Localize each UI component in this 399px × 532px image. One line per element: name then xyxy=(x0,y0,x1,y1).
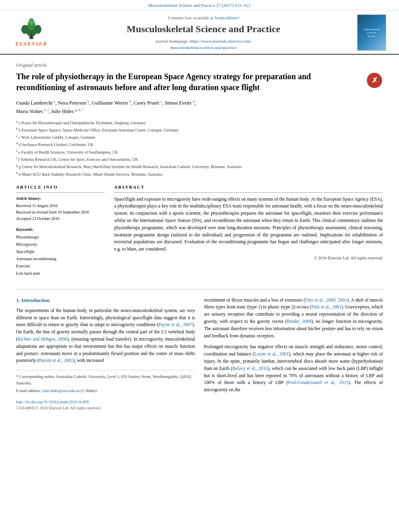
article-title-row: The role of physiotherapy in the Europea… xyxy=(16,71,383,99)
body-left: 1. Introduction The requirements of the … xyxy=(16,297,195,411)
email-link[interactable]: julie.hides@acu.edu.au xyxy=(42,388,80,393)
svg-text:✗: ✗ xyxy=(372,76,378,84)
copyright-line: © 2016 Elsevier Ltd. All rights reserved… xyxy=(114,255,383,261)
journal-homepage: journal homepage: https://www.journals.e… xyxy=(64,38,343,51)
accepted-date: Accepted 23 October 2016 xyxy=(16,216,105,222)
abstract-heading: ABSTRACT xyxy=(114,184,383,192)
payne-ref[interactable]: Payne et al., 2007 xyxy=(158,322,192,327)
received-date: Received 15 August 2016 xyxy=(16,203,105,209)
issn-line: 1356-689X/© 2016 Elsevier Ltd. All right… xyxy=(16,405,195,411)
article-type: Original article xyxy=(16,59,383,69)
keyword-4: Astronaut reconditioning xyxy=(16,255,105,263)
affiliation-a: a a Praxis für Physiotherapie und Osteop… xyxy=(16,119,383,126)
header: ELSEVIER Contents lists available at Sci… xyxy=(0,10,399,55)
keyword-5: Exercise xyxy=(16,263,105,270)
journal-cover-image: MusculoskeletalScience &Practice xyxy=(357,14,386,51)
crossmark-badge: ✗ xyxy=(367,73,383,89)
affiliation-f: f f Arthritis Research UK, Centre for Sp… xyxy=(16,156,383,163)
elsevier-tree-icon xyxy=(15,18,47,40)
svg-point-5 xyxy=(34,25,41,34)
email-address: E-mail address: julie.hides@acu.edu.au (… xyxy=(16,388,195,394)
article-info-heading: ARTICLE INFO xyxy=(16,184,105,192)
affiliation-d: d d SeaSpace Research Limited, Colcheste… xyxy=(16,141,383,148)
right-para2: Prolonged microgravity has negative effe… xyxy=(204,343,383,394)
corresponding-author: * Corresponding author. Australian Catho… xyxy=(16,374,195,386)
abstract-section: ABSTRACT Spaceflight and exposure to mic… xyxy=(114,184,383,281)
belavy-ref[interactable]: Belavy et al., 2016 xyxy=(232,366,268,371)
abstract-text: Spaceflight and exposure to microgravity… xyxy=(114,196,383,253)
layne-ref[interactable]: Layne et al., 2001 xyxy=(254,351,289,356)
affiliations: a a Praxis für Physiotherapie und Osteop… xyxy=(16,119,383,178)
body-section: 1. Introduction The requirements of the … xyxy=(16,297,383,411)
crossmark-icon: ✗ xyxy=(367,73,382,88)
affiliation-c: c c Wyle Laboratories GmbH, Cologne, Ger… xyxy=(16,134,383,141)
header-right: MusculoskeletalScience &Practice xyxy=(352,14,392,51)
keyword-3: Spaceflight xyxy=(16,248,105,255)
keyword-6: Low back pain xyxy=(16,270,105,277)
footnotes: * Corresponding author. Australian Catho… xyxy=(16,370,195,394)
sciencedirect-link[interactable]: ScienceDirect xyxy=(214,15,239,20)
right-para1: recruitment of flexor muscles and a loss… xyxy=(204,297,383,340)
elsevier-text: ELSEVIER xyxy=(15,40,47,47)
svg-point-4 xyxy=(21,25,29,34)
keywords-label: Keywords: xyxy=(16,227,105,232)
richter-ref[interactable]: Richter and Hebgen, 2006 xyxy=(18,337,67,341)
svg-point-3 xyxy=(29,18,34,25)
article-title: The role of physiotherapy in the Europea… xyxy=(16,71,367,93)
elsevier-logo: ELSEVIER xyxy=(15,18,47,47)
journal-citation: Musculoskeletal Science and Practice 27 … xyxy=(148,3,251,8)
contents-line: Contents lists available at ScienceDirec… xyxy=(64,15,343,21)
top-bar: Musculoskeletal Science and Practice 27 … xyxy=(0,0,399,10)
affiliation-h: h h Mater/ACU Back Stability Research Cl… xyxy=(16,170,383,178)
doi-section: http://dx.doi.org/10.1016/j.math.2016.10… xyxy=(16,398,195,411)
keywords-list: Physiotherapy Microgravity Spaceflight A… xyxy=(16,234,105,277)
affiliation-g: g g Centre for Musculoskeletal Research,… xyxy=(16,163,383,170)
intro-para1: The requirements of the human body, in p… xyxy=(16,307,195,365)
article-info: ARTICLE INFO Article history: Received 1… xyxy=(16,184,105,281)
article-history: Article history: Received 15 August 2016… xyxy=(16,196,105,222)
binder-ref[interactable]: Binder, 2009 xyxy=(287,319,311,324)
publisher-logo: ELSEVIER xyxy=(7,18,56,47)
intro-heading: 1. Introduction xyxy=(16,297,195,304)
keyword-2: Microgravity xyxy=(16,241,105,248)
baroni-ref[interactable]: Baroni et al., 2001 xyxy=(39,358,73,363)
keyword-1: Physiotherapy xyxy=(16,234,105,241)
info-abstract-row: ARTICLE INFO Article history: Received 1… xyxy=(16,184,383,281)
authors: Gunda Lambrecht a, Nora Petersen b, Guil… xyxy=(16,99,383,115)
pool-ref[interactable]: Pool-Goudzwaard et al., 2015 xyxy=(288,380,348,385)
main-content: Original article The role of physiothera… xyxy=(0,55,399,419)
fitts-ref-1[interactable]: Fitts et al., 2000; 2001 xyxy=(305,298,348,302)
body-right: recruitment of flexor muscles and a loss… xyxy=(204,297,383,411)
doi-link[interactable]: http://dx.doi.org/10.1016/j.math.2016.10… xyxy=(16,400,89,404)
history-label: Article history: xyxy=(16,196,105,201)
fitts-ref-2[interactable]: Fitts et al., 2001 xyxy=(311,304,341,309)
header-center: Contents lists available at ScienceDirec… xyxy=(56,15,352,51)
section-divider xyxy=(16,289,383,290)
received-revised: Received in revised form 16 September 20… xyxy=(16,209,105,216)
keywords-section: Keywords: Physiotherapy Microgravity Spa… xyxy=(16,227,105,277)
affiliation-b: b b European Space Agency, Space-Medicin… xyxy=(16,126,383,134)
affiliation-e: e e Faculty of Health Sciences, Universi… xyxy=(16,148,383,156)
journal-title: Musculoskeletal Science and Practice xyxy=(64,23,343,36)
